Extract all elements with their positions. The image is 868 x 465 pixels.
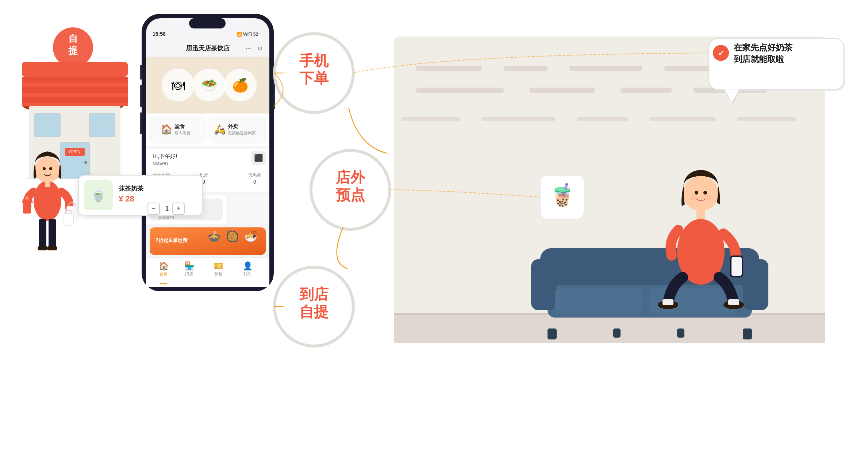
svg-point-115 <box>274 267 353 346</box>
svg-rect-145 <box>696 209 705 219</box>
svg-text:1: 1 <box>165 205 169 212</box>
svg-point-19 <box>84 161 87 164</box>
svg-rect-39 <box>273 80 275 109</box>
svg-text:自: 自 <box>68 33 78 44</box>
svg-rect-165 <box>482 117 555 121</box>
svg-text:首页: 首页 <box>160 272 168 276</box>
svg-rect-10 <box>35 113 60 137</box>
svg-text:在家先点好奶茶: 在家先点好奶茶 <box>733 43 793 52</box>
svg-point-31 <box>25 196 29 200</box>
svg-text:账号余额: 账号余额 <box>153 172 170 177</box>
svg-rect-124 <box>416 88 504 93</box>
svg-text:手机: 手机 <box>299 53 329 69</box>
svg-rect-92 <box>160 283 167 284</box>
svg-rect-121 <box>569 66 642 71</box>
svg-text:预点: 预点 <box>336 187 365 203</box>
svg-text:店内消费: 店内消费 <box>174 131 191 135</box>
svg-text:门店: 门店 <box>185 272 193 276</box>
svg-text:···: ··· <box>246 45 251 52</box>
svg-rect-128 <box>394 314 825 343</box>
svg-point-54 <box>224 69 257 101</box>
svg-rect-28 <box>38 246 48 250</box>
svg-point-141 <box>695 191 698 195</box>
svg-point-50 <box>162 69 195 101</box>
svg-rect-164 <box>402 117 460 121</box>
svg-rect-152 <box>728 299 739 305</box>
svg-rect-88 <box>146 258 269 287</box>
svg-text:自提: 自提 <box>299 304 329 320</box>
svg-rect-34 <box>64 214 73 225</box>
svg-rect-131 <box>548 285 752 318</box>
svg-text:思迅天店茶饮店: 思迅天店茶饮店 <box>186 45 230 52</box>
svg-text:我的: 我的 <box>243 272 251 276</box>
svg-text:⊙: ⊙ <box>258 45 262 51</box>
svg-rect-139 <box>677 328 684 338</box>
svg-rect-61 <box>209 117 266 142</box>
svg-rect-36 <box>140 65 142 80</box>
svg-text:976.00: 976.00 <box>153 179 168 185</box>
svg-text:🧋: 🧋 <box>549 182 576 208</box>
svg-rect-30 <box>23 203 31 214</box>
svg-rect-77 <box>146 192 269 195</box>
svg-text:优惠券: 优惠券 <box>248 172 261 177</box>
svg-point-143 <box>691 194 696 200</box>
svg-rect-136 <box>548 328 557 339</box>
svg-rect-138 <box>613 328 621 338</box>
svg-rect-135 <box>650 288 737 314</box>
svg-text:🍜: 🍜 <box>244 230 258 243</box>
svg-rect-134 <box>555 288 642 314</box>
svg-rect-4 <box>22 62 128 77</box>
svg-text:👤: 👤 <box>243 261 253 271</box>
svg-point-23 <box>43 167 46 170</box>
svg-text:🍊: 🍊 <box>232 77 249 93</box>
svg-rect-122 <box>664 66 723 71</box>
svg-rect-107 <box>173 203 184 215</box>
svg-rect-155 <box>710 39 845 91</box>
svg-rect-27 <box>49 219 56 248</box>
svg-text:🥗: 🥗 <box>201 77 218 93</box>
svg-text:Maven: Maven <box>153 161 168 166</box>
svg-rect-130 <box>540 248 759 296</box>
svg-text:OPEN: OPEN <box>69 150 80 154</box>
speech-bubble-line2: 到店就能取啦 <box>709 46 750 54</box>
svg-rect-7 <box>22 87 128 93</box>
svg-rect-8 <box>22 97 128 103</box>
svg-rect-127 <box>694 88 767 93</box>
svg-rect-16 <box>60 142 89 179</box>
svg-rect-6 <box>22 77 128 82</box>
svg-rect-156 <box>709 38 844 89</box>
svg-text:⬛: ⬛ <box>254 153 263 162</box>
speech-bubble-line1: 在家先点好奶茶 <box>709 38 750 46</box>
svg-marker-158 <box>723 90 741 104</box>
svg-point-149 <box>658 300 678 309</box>
svg-text:🎫: 🎫 <box>214 261 224 271</box>
product-price: ¥ 28 <box>78 183 102 189</box>
svg-text:+: + <box>177 205 181 212</box>
svg-rect-100 <box>84 180 113 210</box>
svg-text:无接触送喜到家: 无接触送喜到家 <box>228 131 256 135</box>
svg-text:¥ 28: ¥ 28 <box>119 194 134 203</box>
svg-text:🍲: 🍲 <box>207 230 221 243</box>
svg-rect-166 <box>577 117 628 121</box>
svg-rect-5 <box>22 77 128 106</box>
svg-text:外卖: 外卖 <box>227 123 238 129</box>
svg-text:店外: 店外 <box>335 169 366 185</box>
svg-text:✓: ✓ <box>718 49 724 57</box>
svg-rect-37 <box>140 85 142 107</box>
svg-marker-159 <box>725 89 739 102</box>
svg-rect-132 <box>531 259 557 310</box>
svg-text:交易查询: 交易查询 <box>158 215 174 219</box>
svg-rect-57 <box>150 117 206 142</box>
svg-rect-13 <box>89 113 115 137</box>
svg-text:📶 WiFi 52: 📶 WiFi 52 <box>237 31 258 37</box>
svg-rect-78 <box>146 195 226 224</box>
svg-point-140 <box>683 176 718 211</box>
svg-rect-40 <box>146 18 269 287</box>
svg-rect-69 <box>251 151 266 165</box>
svg-rect-99 <box>78 175 203 215</box>
svg-text:🍵: 🍵 <box>91 187 106 202</box>
svg-rect-26 <box>39 219 46 248</box>
svg-text:🏠: 🏠 <box>159 261 169 271</box>
svg-rect-133 <box>743 259 768 310</box>
svg-rect-147 <box>730 255 743 277</box>
